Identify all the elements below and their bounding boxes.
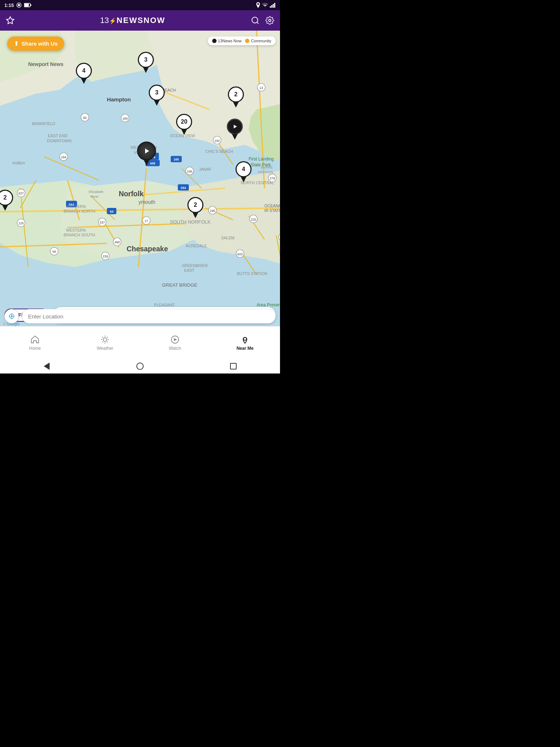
map-legend: 13News Now Community — [208, 36, 276, 45]
wifi-icon — [262, 3, 268, 8]
search-line-icon — [257, 22, 258, 24]
svg-text:GREENBRIER: GREENBRIER — [182, 263, 208, 268]
svg-text:603: 603 — [237, 252, 243, 256]
svg-text:EAST END: EAST END — [48, 133, 67, 138]
video-play-icon-small — [227, 119, 243, 135]
svg-line-147 — [107, 337, 108, 337]
map-pin-2-right[interactable]: 2 — [228, 86, 244, 108]
svg-text:SOUTH NORFOLK: SOUTH NORFOLK — [170, 219, 211, 225]
pin-count-3-center: 3 — [149, 85, 165, 101]
svg-text:164: 164 — [61, 155, 66, 159]
map-pin-2-bottom[interactable]: 2 — [187, 197, 203, 218]
recent-apps-icon — [230, 363, 237, 369]
svg-text:Hampton: Hampton — [107, 96, 131, 102]
svg-text:239: 239 — [103, 255, 108, 258]
svg-text:SALEM: SALEM — [221, 236, 234, 240]
svg-rect-8 — [274, 3, 275, 8]
nav-home[interactable]: Home — [0, 326, 70, 359]
share-with-us-button[interactable]: ⬆ Share with Us — [7, 36, 64, 51]
pin-tail — [143, 67, 149, 73]
nav-weather[interactable]: Weather — [70, 326, 140, 359]
svg-text:OCEANA NAVAL: OCEANA NAVAL — [264, 204, 280, 208]
svg-point-1 — [18, 4, 20, 6]
svg-text:190: 190 — [210, 209, 215, 213]
svg-point-135 — [11, 316, 13, 317]
legend-item-community: Community — [245, 39, 271, 43]
status-bar-right — [256, 2, 276, 8]
map-pin-2-left[interactable]: 2 — [0, 190, 13, 211]
nav-home-label: Home — [29, 346, 41, 351]
map-pin-3-top[interactable]: 3 — [138, 52, 154, 73]
app-bar-icons — [251, 16, 274, 25]
favorite-button[interactable] — [6, 16, 15, 25]
map-pin-4-northwest[interactable]: 4 — [76, 63, 92, 84]
legend-dot-black — [212, 39, 217, 43]
pin-count-2-right: 2 — [228, 86, 244, 102]
status-time: 1:15 — [4, 3, 14, 8]
home-circle-icon — [136, 363, 144, 370]
location-input[interactable] — [22, 309, 276, 324]
svg-text:ymouth: ymouth — [139, 199, 155, 205]
location-status-icon — [256, 2, 260, 8]
svg-text:264: 264 — [181, 186, 186, 190]
svg-line-146 — [107, 341, 108, 342]
video-pin-right[interactable] — [227, 119, 243, 140]
pin-tail — [2, 205, 8, 211]
map-pin-4-bottom-right[interactable]: 4 — [236, 161, 252, 182]
pin-tail — [233, 102, 239, 108]
legend-item-13news: 13News Now — [212, 39, 242, 43]
svg-marker-150 — [174, 338, 177, 341]
video-play-icon-large — [137, 142, 156, 160]
svg-text:Elizabeth: Elizabeth — [89, 190, 104, 194]
pin-count-2-left: 2 — [0, 190, 13, 206]
back-button[interactable] — [42, 362, 51, 371]
battery-icon — [24, 3, 31, 7]
nav-watch[interactable]: Watch — [140, 326, 210, 359]
legend-label-community: Community — [251, 39, 271, 43]
recent-apps-button[interactable] — [229, 362, 238, 371]
search-button[interactable] — [251, 16, 260, 25]
home-button[interactable] — [136, 362, 144, 371]
pin-count-3-top: 3 — [138, 52, 154, 68]
map-pin-20[interactable]: 20 — [176, 114, 192, 135]
home-icon — [30, 335, 40, 344]
video-pin-center[interactable] — [137, 142, 156, 166]
svg-text:CHIC'S BEACH: CHIC'S BEACH — [205, 149, 233, 154]
svg-text:rrolton: rrolton — [12, 160, 25, 166]
pin-tail — [192, 212, 198, 218]
nav-near-me-label: Near Me — [237, 346, 254, 351]
nav-watch-label: Watch — [169, 346, 181, 351]
svg-text:GREAT BRIDGE: GREAT BRIDGE — [162, 282, 197, 288]
map-pin-3-center[interactable]: 3 — [149, 85, 165, 106]
svg-text:Newport News: Newport News — [28, 61, 63, 67]
svg-text:ACREDALE: ACREDALE — [186, 244, 207, 248]
gear-center-icon — [269, 19, 271, 22]
pin-tail — [241, 177, 246, 182]
settings-button[interactable] — [265, 16, 274, 25]
svg-text:JANAF: JANAF — [199, 167, 212, 171]
status-bar-left: 1:15 — [4, 2, 31, 8]
svg-marker-129 — [145, 148, 149, 154]
current-location-button[interactable] — [4, 309, 19, 324]
search-icon — [252, 17, 258, 23]
sun-icon — [100, 335, 110, 344]
pin-count-20: 20 — [176, 114, 192, 130]
svg-rect-5 — [270, 6, 271, 8]
svg-text:17: 17 — [144, 219, 148, 223]
signal-icon — [270, 3, 276, 8]
nav-near-me[interactable]: Near Me — [210, 326, 280, 359]
bottom-nav: Home Weather Watch Near Me — [0, 326, 280, 359]
svg-point-140 — [103, 338, 107, 341]
star-icon — [7, 17, 14, 24]
svg-text:13: 13 — [260, 86, 263, 90]
play-icon — [170, 335, 180, 344]
legend-dot-orange — [245, 39, 249, 43]
svg-text:IR STATION: IR STATION — [264, 208, 280, 213]
svg-line-148 — [102, 341, 103, 342]
svg-text:627: 627 — [19, 191, 24, 195]
system-bar — [0, 359, 280, 374]
svg-rect-6 — [271, 5, 272, 8]
svg-text:DOWNTOWN: DOWNTOWN — [47, 139, 71, 143]
svg-rect-3 — [24, 4, 29, 7]
pin-tail — [81, 78, 87, 84]
